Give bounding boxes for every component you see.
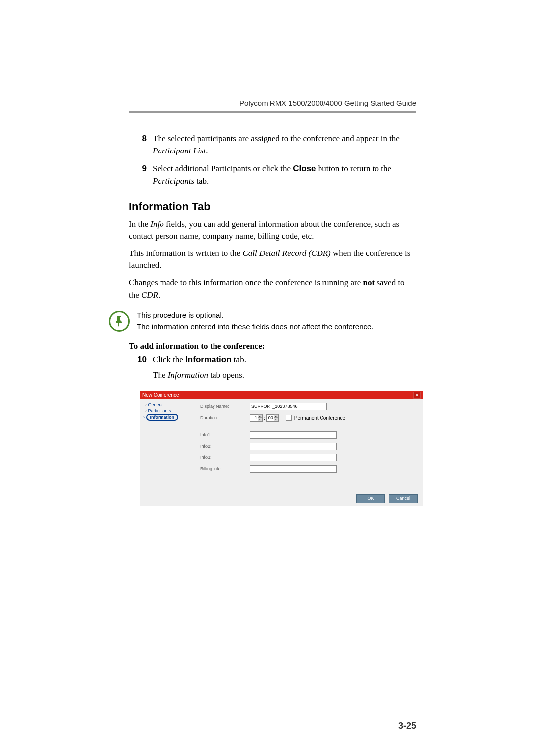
billing-input[interactable]	[250, 465, 337, 473]
minutes-value: 00	[267, 415, 274, 420]
info2-input[interactable]	[250, 443, 337, 450]
italic-text: Call Detail Record (CDR)	[242, 249, 330, 258]
sidebar-item-general[interactable]: General	[142, 402, 192, 408]
info3-input[interactable]	[250, 454, 337, 461]
paragraph: In the Info fields, you can add general …	[129, 218, 416, 243]
dialog-main: Display Name: Duration: 1▴▾ : 00▴▾ Perma…	[194, 399, 423, 491]
note-line: This procedure is optional.	[137, 310, 374, 321]
text: tab.	[194, 176, 209, 186]
paragraph: Changes made to this information once th…	[129, 277, 416, 301]
cancel-button[interactable]: Cancel	[389, 494, 418, 503]
section-heading: Information Tab	[129, 201, 416, 213]
header-rule	[129, 111, 416, 113]
bold-text: Close	[293, 164, 316, 173]
text: Changes made to this information once th…	[129, 278, 363, 287]
document-page: Polycom RMX 1500/2000/4000 Getting Start…	[0, 0, 535, 756]
label-duration: Duration:	[200, 415, 250, 420]
hours-stepper[interactable]: 1▴▾	[250, 414, 263, 422]
italic-text: CDR	[141, 290, 158, 300]
hours-value: 1	[250, 415, 258, 420]
dialog-titlebar: New Conference ×	[140, 391, 423, 399]
step-9: 9 Select additional Participants or clic…	[129, 163, 416, 187]
paragraph: This information is written to the Call …	[129, 248, 416, 272]
note-line: The information entered into these field…	[137, 321, 374, 333]
text: tab.	[232, 355, 246, 364]
text: In the	[129, 219, 150, 229]
italic-text: Info	[150, 219, 163, 229]
dialog-title: New Conference	[142, 392, 179, 398]
duration-controls: 1▴▾ : 00▴▾ Permanent Conference	[250, 414, 345, 422]
bold-text: Information	[185, 355, 232, 364]
sidebar-item-label: Information	[146, 414, 179, 421]
dialog-footer: OK Cancel	[140, 491, 423, 506]
text: .	[158, 290, 160, 300]
step-number: 10	[129, 354, 153, 381]
label-info2: Info2:	[200, 444, 250, 449]
text: .	[206, 146, 208, 155]
label-info1: Info1:	[200, 432, 250, 437]
divider	[200, 426, 417, 426]
pushpin-icon	[109, 311, 130, 332]
text: The	[153, 370, 168, 380]
dialog-screenshot: New Conference × General Participants › …	[140, 391, 423, 506]
time-colon: :	[264, 415, 265, 421]
row-info2: Info2:	[200, 443, 417, 450]
row-info1: Info1:	[200, 431, 417, 439]
row-duration: Duration: 1▴▾ : 00▴▾ Permanent Conferenc…	[200, 414, 417, 422]
step-10: 10 Click the Information tab. The Inform…	[129, 354, 416, 381]
text: Click the	[153, 355, 185, 364]
dialog-sidebar: General Participants › Information	[140, 399, 194, 491]
row-display-name: Display Name:	[200, 403, 417, 410]
spinner-buttons-icon[interactable]: ▴▾	[274, 414, 278, 421]
label-display-name: Display Name:	[200, 404, 250, 409]
sidebar-item-participants[interactable]: Participants	[142, 408, 192, 414]
close-icon[interactable]: ×	[413, 392, 421, 399]
step-result: The Information tab opens.	[153, 369, 416, 382]
permanent-checkbox[interactable]	[286, 415, 292, 421]
text: fields, you can add general information …	[129, 219, 399, 241]
note-text: This procedure is optional. The informat…	[137, 310, 374, 332]
italic-text: Participant List	[153, 146, 206, 155]
ok-button[interactable]: OK	[356, 494, 385, 503]
text: button to return to the	[316, 164, 392, 173]
display-name-input[interactable]	[250, 403, 327, 410]
text: This information is written to the	[129, 249, 242, 258]
row-info3: Info3:	[200, 454, 417, 461]
minutes-stepper[interactable]: 00▴▾	[266, 414, 279, 422]
label-billing: Billing Info:	[200, 466, 250, 471]
bold-text: not	[363, 278, 375, 287]
text: tab opens.	[208, 370, 244, 380]
row-billing: Billing Info:	[200, 465, 417, 473]
procedure-subhead: To add information to the conference:	[129, 341, 416, 351]
italic-text: Participants	[153, 176, 194, 186]
label-permanent: Permanent Conference	[294, 415, 345, 421]
text: The selected participants are assigned t…	[153, 134, 400, 143]
running-header: Polycom RMX 1500/2000/4000 Getting Start…	[129, 99, 416, 107]
step-body: Click the Information tab. The Informati…	[153, 354, 416, 381]
step-number: 9	[129, 163, 153, 187]
text: Select additional Participants or click …	[153, 164, 293, 173]
info1-input[interactable]	[250, 431, 337, 439]
italic-text: Information	[168, 370, 208, 380]
sidebar-item-information[interactable]: › Information	[142, 414, 192, 421]
step-8: 8 The selected participants are assigned…	[129, 133, 416, 157]
page-number: 3-25	[398, 721, 416, 731]
dialog-body: General Participants › Information Displ…	[140, 399, 423, 491]
step-body: Select additional Participants or click …	[153, 163, 416, 187]
label-info3: Info3:	[200, 455, 250, 460]
step-body: The selected participants are assigned t…	[153, 133, 416, 157]
step-number: 8	[129, 133, 153, 157]
note-block: This procedure is optional. The informat…	[109, 310, 416, 332]
spinner-buttons-icon[interactable]: ▴▾	[258, 414, 262, 421]
